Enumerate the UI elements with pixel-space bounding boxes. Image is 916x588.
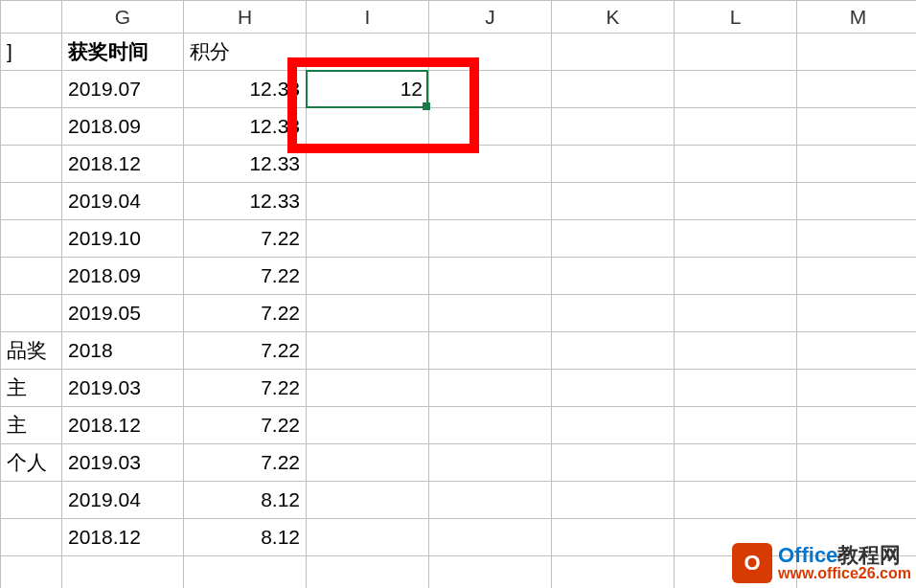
cell[interactable] (307, 332, 429, 370)
cell[interactable]: 2019.03 (62, 444, 184, 482)
table-row[interactable]: 个人 2019.03 7.22 (1, 444, 917, 482)
cell[interactable] (797, 183, 917, 220)
cell[interactable]: 7.22 (184, 220, 307, 258)
cell[interactable] (307, 295, 429, 332)
cell[interactable] (552, 444, 675, 482)
cell[interactable] (552, 519, 675, 556)
cell[interactable] (552, 295, 675, 332)
cell[interactable] (552, 34, 675, 71)
cell-selected[interactable]: 12 (307, 71, 429, 108)
cell[interactable]: 8.12 (184, 482, 307, 519)
cell[interactable]: 12.33 (184, 146, 307, 183)
cell[interactable] (1, 108, 62, 146)
cell[interactable] (307, 258, 429, 295)
cell-header-score[interactable]: 积分 (184, 34, 307, 71)
cell[interactable] (62, 556, 184, 589)
cell[interactable] (797, 34, 917, 71)
col-header-j[interactable]: J (429, 1, 552, 34)
table-row[interactable]: 主 2019.03 7.22 (1, 370, 917, 407)
cell[interactable] (429, 482, 552, 519)
cell[interactable]: 2018.12 (62, 519, 184, 556)
cell[interactable] (1, 295, 62, 332)
cell[interactable] (429, 295, 552, 332)
cell[interactable] (307, 519, 429, 556)
cell[interactable] (307, 370, 429, 407)
cell[interactable] (675, 482, 797, 519)
cell[interactable] (1, 556, 62, 589)
cell[interactable]: 7.22 (184, 295, 307, 332)
cell[interactable]: 8.12 (184, 519, 307, 556)
col-header-k[interactable]: K (552, 1, 675, 34)
cell[interactable]: 2018.12 (62, 407, 184, 444)
cell[interactable] (675, 295, 797, 332)
cell[interactable] (675, 444, 797, 482)
table-row[interactable]: 2019.04 12.33 (1, 183, 917, 220)
cell[interactable] (429, 258, 552, 295)
cell[interactable] (797, 444, 917, 482)
cell[interactable] (307, 407, 429, 444)
cell[interactable]: 12.33 (184, 108, 307, 146)
cell[interactable] (797, 407, 917, 444)
cell[interactable] (552, 370, 675, 407)
cell[interactable] (552, 332, 675, 370)
cell[interactable] (184, 556, 307, 589)
cell[interactable]: 7.22 (184, 444, 307, 482)
cell[interactable] (429, 519, 552, 556)
cell[interactable]: 2018.12 (62, 146, 184, 183)
table-row[interactable]: 2018.09 7.22 (1, 258, 917, 295)
cell[interactable] (797, 295, 917, 332)
cell[interactable]: 主 (1, 370, 62, 407)
cell[interactable] (429, 34, 552, 71)
cell[interactable] (307, 108, 429, 146)
cell[interactable]: 2018 (62, 332, 184, 370)
table-row[interactable]: 2018.09 12.33 (1, 108, 917, 146)
table-row[interactable]: 2018.12 12.33 (1, 146, 917, 183)
cell[interactable] (552, 108, 675, 146)
cell[interactable] (307, 482, 429, 519)
cell[interactable] (552, 407, 675, 444)
cell[interactable] (429, 407, 552, 444)
cell[interactable] (797, 71, 917, 108)
cell[interactable] (675, 407, 797, 444)
cell[interactable] (307, 444, 429, 482)
cell[interactable] (429, 108, 552, 146)
table-row[interactable]: 2019.10 7.22 (1, 220, 917, 258)
col-header-i[interactable]: I (307, 1, 429, 34)
cell[interactable] (797, 482, 917, 519)
table-row[interactable]: 2019.04 8.12 (1, 482, 917, 519)
cell[interactable] (675, 146, 797, 183)
cell[interactable] (1, 482, 62, 519)
cell[interactable]: 2019.04 (62, 482, 184, 519)
cell[interactable]: 品奖 (1, 332, 62, 370)
column-header-row[interactable]: G H I J K L M (1, 1, 917, 34)
cell[interactable]: 个人 (1, 444, 62, 482)
col-header-g[interactable]: G (62, 1, 184, 34)
cell[interactable] (429, 444, 552, 482)
cell[interactable] (552, 71, 675, 108)
cell[interactable] (552, 556, 675, 589)
cell[interactable] (797, 220, 917, 258)
col-header-h[interactable]: H (184, 1, 307, 34)
cell[interactable] (552, 220, 675, 258)
cell[interactable] (797, 258, 917, 295)
col-header-m[interactable]: M (797, 1, 917, 34)
cell[interactable] (429, 370, 552, 407)
cell[interactable]: 7.22 (184, 258, 307, 295)
corner-cell[interactable] (1, 1, 62, 34)
cell[interactable] (429, 146, 552, 183)
cell[interactable] (429, 183, 552, 220)
cell[interactable]: 2018.09 (62, 108, 184, 146)
cell-header-time[interactable]: 获奖时间 (62, 34, 184, 71)
table-row[interactable]: 2019.05 7.22 (1, 295, 917, 332)
cell[interactable] (552, 258, 675, 295)
cell[interactable] (797, 108, 917, 146)
cell[interactable]: 2019.07 (62, 71, 184, 108)
cell[interactable] (675, 183, 797, 220)
cell[interactable]: 2019.10 (62, 220, 184, 258)
cell[interactable] (675, 71, 797, 108)
cell[interactable] (307, 556, 429, 589)
cell[interactable] (1, 258, 62, 295)
cell[interactable] (307, 146, 429, 183)
table-row[interactable]: 2019.07 12.33 12 (1, 71, 917, 108)
cell[interactable] (429, 556, 552, 589)
